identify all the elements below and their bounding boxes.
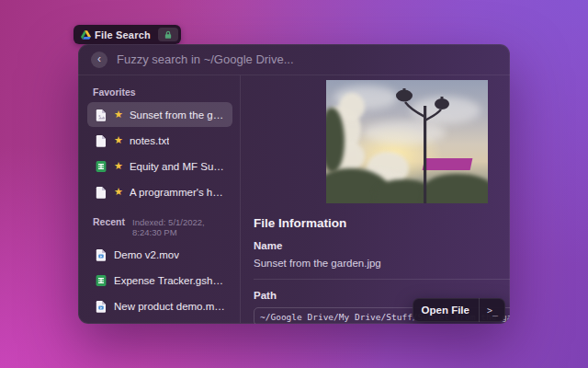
- name-field-label: Name: [254, 240, 510, 251]
- indexed-timestamp: Indexed: 5/1/2022, 8:24:30 PM: [132, 217, 232, 237]
- file-list-sidebar: Favorites★Sunset from the garden.jpg★not…: [78, 75, 241, 323]
- document-file-icon: [95, 186, 107, 199]
- spreadsheet-file-icon: [95, 160, 107, 173]
- terminal-shortcut-icon: >_: [480, 305, 505, 316]
- open-file-label: Open File: [413, 305, 479, 316]
- file-list-item[interactable]: ★Sunset from the garden.jpg: [87, 102, 232, 127]
- back-button[interactable]: ‹: [91, 52, 107, 68]
- spreadsheet-file-icon: [95, 274, 107, 287]
- file-preview-image: [326, 80, 488, 203]
- section-divider: [254, 279, 510, 280]
- section-header: RecentIndexed: 5/1/2022, 8:24:30 PM: [93, 216, 232, 237]
- favorite-star-icon: ★: [114, 187, 123, 197]
- app-pill-label: File Search: [95, 29, 154, 40]
- file-list-item[interactable]: Expense Tracker.gsheet: [87, 268, 232, 293]
- lock-badge[interactable]: [158, 28, 178, 41]
- document-file-icon: [95, 134, 107, 147]
- search-bar: ‹: [78, 44, 510, 75]
- file-name-label: A programmer's handbook.p...: [130, 187, 225, 198]
- file-name-label: Sunset from the garden.jpg: [130, 109, 225, 121]
- file-list-item[interactable]: ★Sunset from the garden.jpg: [87, 319, 232, 323]
- file-list-item[interactable]: ★notes.txt: [87, 128, 232, 153]
- file-list-item[interactable]: New product demo.mov: [87, 293, 232, 318]
- file-name-label: Demo v2.mov: [114, 249, 179, 260]
- section-title: Favorites: [93, 86, 136, 98]
- favorite-star-icon: ★: [114, 161, 123, 171]
- file-list-item[interactable]: ★A programmer's handbook.p...: [87, 179, 232, 204]
- file-detail-panel: File Information Name Sunset from the ga…: [241, 75, 510, 323]
- search-input[interactable]: [117, 52, 497, 66]
- video-file-icon: [95, 300, 107, 313]
- file-name-label: Expense Tracker.gsheet: [114, 275, 225, 286]
- section-header: Favorites: [93, 86, 232, 98]
- lamp-post-silhouette: [326, 80, 488, 203]
- file-search-window: ‹ Favorites★Sunset from the garden.jpg★n…: [78, 44, 510, 324]
- file-name-label: Equity and MF Sum.gsheet: [130, 161, 225, 172]
- file-information-heading: File Information: [254, 216, 510, 230]
- favorite-star-icon: ★: [114, 135, 123, 145]
- app-pill[interactable]: File Search: [74, 25, 181, 44]
- section-title: Recent: [93, 216, 125, 227]
- name-field-value: Sunset from the garden.jpg: [254, 258, 510, 269]
- lock-icon: [164, 30, 173, 40]
- favorite-star-icon: ★: [114, 109, 123, 120]
- open-file-button[interactable]: Open File >_: [413, 298, 505, 322]
- google-drive-icon: [81, 30, 91, 40]
- file-list-item[interactable]: Demo v2.mov: [87, 242, 232, 267]
- image-file-icon: [95, 109, 107, 121]
- file-list-item[interactable]: ★Equity and MF Sum.gsheet: [87, 154, 232, 178]
- file-name-label: New product demo.mov: [114, 301, 225, 312]
- file-name-label: notes.txt: [130, 135, 169, 146]
- video-file-icon: [95, 248, 107, 261]
